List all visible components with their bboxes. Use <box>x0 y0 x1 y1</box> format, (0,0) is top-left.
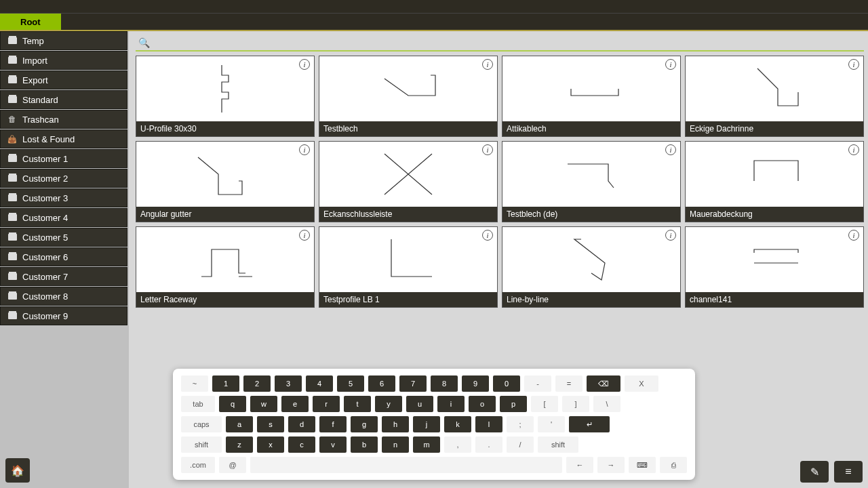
profile-card[interactable]: iLetter Raceway <box>136 226 315 308</box>
key-caps[interactable]: caps <box>181 416 222 432</box>
info-icon[interactable]: i <box>299 230 310 241</box>
key-v[interactable]: v <box>319 436 347 453</box>
key-s[interactable]: s <box>257 416 284 432</box>
info-icon[interactable]: i <box>482 230 493 241</box>
key-d[interactable]: d <box>288 416 315 432</box>
sidebar-item-customer-3[interactable]: Customer 3 <box>0 188 127 207</box>
key-extra-1[interactable]: ⎙ <box>660 457 687 473</box>
info-icon[interactable]: i <box>848 144 859 155</box>
info-icon[interactable]: i <box>665 230 676 241</box>
key-extra-0[interactable]: ⌨ <box>629 457 656 473</box>
key-7[interactable]: 7 <box>399 375 427 392</box>
key-[interactable]: ; <box>507 416 534 432</box>
key-t[interactable]: t <box>344 396 371 412</box>
key-k[interactable]: k <box>444 416 471 432</box>
sidebar-item-customer-4[interactable]: Customer 4 <box>0 208 127 227</box>
key-shift-left[interactable]: shift <box>181 436 222 453</box>
info-icon[interactable]: i <box>299 144 310 155</box>
profile-card[interactable]: iLine-by-line <box>502 226 681 308</box>
key-q[interactable]: q <box>219 396 246 412</box>
key-a[interactable]: a <box>226 416 253 432</box>
sidebar-item-lost-found[interactable]: Lost & Found <box>0 129 127 148</box>
sidebar-item-temp[interactable]: Temp <box>0 31 127 50</box>
key-5[interactable]: 5 <box>337 375 364 392</box>
key-3[interactable]: 3 <box>275 375 302 392</box>
sidebar-item-customer-9[interactable]: Customer 9 <box>0 306 127 325</box>
key-o[interactable]: o <box>469 396 496 412</box>
key-b[interactable]: b <box>351 436 378 453</box>
key-1[interactable]: 1 <box>212 375 239 392</box>
profile-card[interactable]: iAngular gutter <box>136 141 315 222</box>
profile-card[interactable]: iTestprofile LB 1 <box>319 226 498 308</box>
key-c[interactable]: c <box>288 436 315 453</box>
key-tilde[interactable]: ~ <box>181 375 208 392</box>
key-shift-right[interactable]: shift <box>538 436 578 453</box>
info-icon[interactable]: i <box>482 144 493 155</box>
key-z[interactable]: z <box>226 436 253 453</box>
profile-card[interactable]: iTestblech (de) <box>502 141 681 222</box>
home-button[interactable] <box>5 458 30 483</box>
profile-card[interactable]: iEckanschlussleiste <box>319 141 498 222</box>
key-[interactable]: - <box>524 375 551 392</box>
key-2[interactable]: 2 <box>243 375 271 392</box>
key-enter[interactable]: ↵ <box>569 416 610 432</box>
info-icon[interactable]: i <box>848 59 859 70</box>
sidebar-item-trashcan[interactable]: Trashcan <box>0 110 127 129</box>
sidebar-item-customer-1[interactable]: Customer 1 <box>0 149 127 168</box>
key-0[interactable]: 0 <box>493 375 520 392</box>
edit-button[interactable]: ✎ <box>800 461 829 483</box>
key-[interactable]: ] <box>562 396 589 412</box>
key-[interactable]: \ <box>593 396 620 412</box>
key-[interactable]: = <box>555 375 583 392</box>
key-f[interactable]: f <box>319 416 347 432</box>
info-icon[interactable]: i <box>665 59 676 70</box>
info-icon[interactable]: i <box>482 59 493 70</box>
profile-card[interactable]: ichannel141 <box>685 226 864 308</box>
key-g[interactable]: g <box>351 416 378 432</box>
search-bar[interactable]: 🔍 <box>136 35 864 52</box>
key-tab[interactable]: tab <box>181 396 215 412</box>
key-arrow-left[interactable]: ← <box>566 457 593 473</box>
info-icon[interactable]: i <box>299 59 310 70</box>
sidebar-item-customer-5[interactable]: Customer 5 <box>0 228 127 247</box>
key-close[interactable]: X <box>625 375 658 392</box>
menu-button[interactable]: ≡ <box>834 461 863 483</box>
key-y[interactable]: y <box>375 396 402 412</box>
key-space[interactable] <box>250 457 562 473</box>
key-i[interactable]: i <box>437 396 465 412</box>
sidebar-item-import[interactable]: Import <box>0 51 127 70</box>
tab-root[interactable]: Root <box>0 14 61 30</box>
key-h[interactable]: h <box>382 416 409 432</box>
key-[interactable]: , <box>444 436 471 453</box>
key-arrow-right[interactable]: → <box>597 457 625 473</box>
profile-card[interactable]: iMauerabdeckung <box>685 141 864 222</box>
profile-card[interactable]: iEckige Dachrinne <box>685 56 864 137</box>
key-6[interactable]: 6 <box>368 375 395 392</box>
key-[interactable]: / <box>507 436 534 453</box>
profile-card[interactable]: iAttikablech <box>502 56 681 137</box>
sidebar-item-export[interactable]: Export <box>0 70 127 89</box>
profile-card[interactable]: iU-Profile 30x30 <box>136 56 315 137</box>
key-m[interactable]: m <box>413 436 440 453</box>
key-l[interactable]: l <box>475 416 502 432</box>
sidebar-item-customer-8[interactable]: Customer 8 <box>0 287 127 306</box>
key-p[interactable]: p <box>500 396 527 412</box>
key-[interactable]: [ <box>531 396 558 412</box>
key-dotcom[interactable]: .com <box>181 457 215 473</box>
info-icon[interactable]: i <box>665 144 676 155</box>
key-[interactable]: ' <box>538 416 565 432</box>
search-input[interactable] <box>149 38 864 48</box>
key-n[interactable]: n <box>382 436 409 453</box>
key-4[interactable]: 4 <box>306 375 333 392</box>
key-w[interactable]: w <box>250 396 277 412</box>
key-backspace[interactable]: ⌫ <box>587 375 620 392</box>
key-r[interactable]: r <box>313 396 340 412</box>
info-icon[interactable]: i <box>848 230 859 241</box>
key-e[interactable]: e <box>281 396 309 412</box>
sidebar-item-customer-7[interactable]: Customer 7 <box>0 267 127 286</box>
sidebar-item-customer-6[interactable]: Customer 6 <box>0 247 127 266</box>
sidebar-item-customer-2[interactable]: Customer 2 <box>0 169 127 188</box>
key-at[interactable]: @ <box>219 457 246 473</box>
profile-card[interactable]: iTestblech <box>319 56 498 137</box>
key-[interactable]: . <box>475 436 502 453</box>
